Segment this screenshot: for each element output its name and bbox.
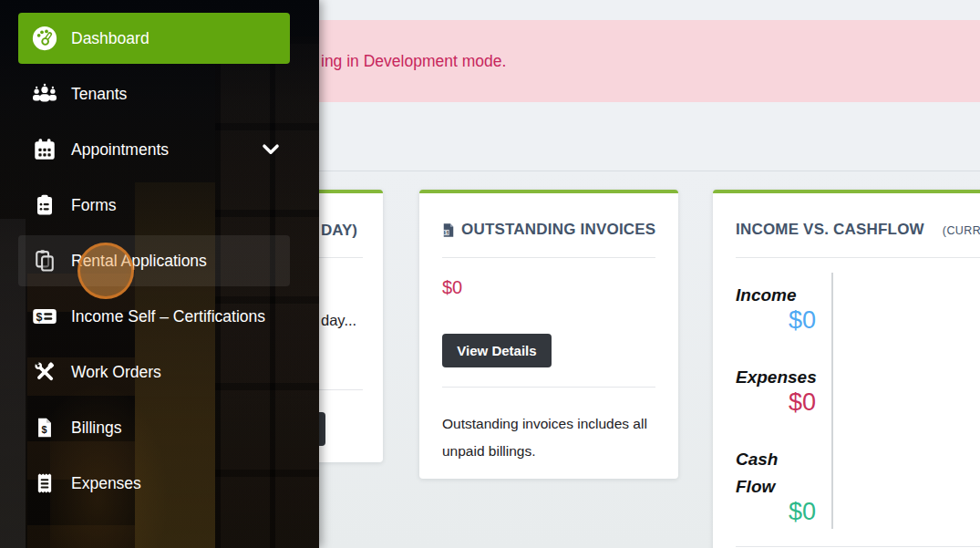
appointments-card-title-fragment: DAY) (321, 222, 357, 240)
chart-label-expenses: Expenses (736, 364, 817, 391)
tools-icon (31, 358, 58, 386)
chevron-down-icon[interactable] (259, 138, 283, 161)
sidebar-item-label: Billings (71, 419, 121, 438)
clipboard-list-icon (31, 191, 58, 219)
sidebar-item-label: Tenants (71, 85, 127, 104)
sidebar-item-label: Appointments (71, 140, 169, 160)
svg-text:$: $ (42, 424, 47, 435)
appointments-card-body-fragment: day... (321, 312, 356, 329)
outstanding-invoices-title: $ OUTSTANDING INVOICES (442, 221, 655, 239)
card-divider (736, 257, 980, 258)
chart-y-axis-line (831, 273, 833, 529)
sidebar-item-forms[interactable]: Forms (18, 180, 290, 231)
view-details-button[interactable]: View Details (442, 334, 552, 367)
sidebar-nav: Dashboard Tenants (0, 0, 319, 509)
sidebar-item-income-self-certifications[interactable]: $ Income Self – Certifications (18, 291, 290, 342)
chart-label-income: Income (736, 282, 797, 309)
sidebar-item-expenses[interactable]: Expenses (18, 458, 290, 509)
outstanding-invoices-card: $ OUTSTANDING INVOICES $0 View Details O… (419, 190, 678, 479)
sidebar-item-rental-applications[interactable]: Rental Applications (18, 235, 290, 286)
sidebar-item-label: Expenses (71, 474, 141, 493)
svg-text:$: $ (36, 311, 43, 324)
tenants-people-icon (31, 80, 58, 108)
copy-documents-icon (31, 247, 58, 274)
invoice-icon: $ (442, 222, 455, 238)
chart-value-income: $0 (736, 306, 816, 335)
income-vs-cashflow-subtitle: (CURREN (943, 224, 980, 237)
income-vs-cashflow-title-text: INCOME VS. CASHFLOW (736, 221, 924, 239)
dollar-card-icon: $ (31, 303, 58, 330)
chart-value-cash-flow: $0 (736, 498, 816, 526)
dashboard-gauge-icon (31, 25, 58, 52)
sidebar-item-dashboard[interactable]: Dashboard (18, 13, 290, 64)
income-vs-cashflow-card: INCOME VS. CASHFLOW (CURREN Income $0 Ex… (713, 190, 980, 548)
receipt-icon (31, 470, 58, 497)
sidebar-item-label: Work Orders (71, 363, 161, 382)
billing-file-icon: $ (31, 414, 58, 441)
sidebar-item-label: Dashboard (71, 29, 150, 48)
outstanding-invoices-amount: $0 (442, 277, 462, 298)
sidebar-item-work-orders[interactable]: Work Orders (18, 346, 290, 398)
sidebar-item-label: Forms (71, 196, 117, 215)
sidebar-item-appointments[interactable]: Appointments (18, 124, 290, 175)
outstanding-invoices-title-text: OUTSTANDING INVOICES (461, 221, 655, 239)
sidebar-item-billings[interactable]: $ Billings (18, 402, 290, 453)
sidebar-item-tenants[interactable]: Tenants (18, 68, 290, 119)
sidebar-item-label: Rental Applications (71, 252, 207, 271)
income-vs-cashflow-title: INCOME VS. CASHFLOW (CURREN (736, 221, 980, 239)
card-divider (736, 546, 980, 547)
outstanding-invoices-description: Outstanding invoices includes all unpaid… (442, 410, 655, 465)
development-mode-banner-text: ing in Development mode. (321, 52, 506, 71)
card-divider (442, 387, 655, 388)
sidebar-item-label: Income Self – Certifications (71, 307, 265, 326)
calendar-icon (31, 136, 58, 163)
chart-value-expenses: $0 (736, 388, 816, 417)
svg-text:$: $ (445, 229, 448, 234)
sidebar: Dashboard Tenants (0, 0, 319, 548)
card-divider (442, 257, 655, 258)
chart-label-cash-flow: Cash Flow (736, 446, 801, 501)
